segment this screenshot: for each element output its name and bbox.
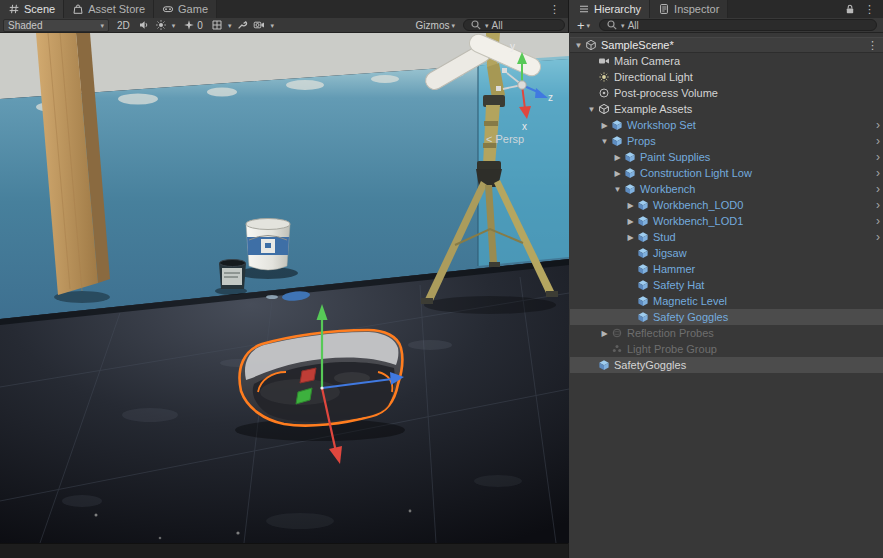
plus-icon: + bbox=[577, 19, 585, 32]
prefab-open-chevron[interactable]: › bbox=[876, 165, 880, 181]
hierarchy-panel: Hierarchy Inspector ⋮ + ▾ ▾ All ▼SampleS… bbox=[570, 0, 883, 558]
hierarchy-row[interactable]: ▶Paint Supplies› bbox=[570, 149, 883, 165]
object-label: Workbench_LOD1 bbox=[653, 215, 743, 227]
scene-viewport[interactable]: y z x < Persp bbox=[0, 33, 569, 543]
panel-menu-icon[interactable]: ⋮ bbox=[546, 0, 563, 18]
prefab-icon bbox=[611, 119, 624, 131]
hierarchy-row[interactable]: ▶Workbench_LOD1› bbox=[570, 213, 883, 229]
hierarchy-row[interactable]: Light Probe Group bbox=[570, 341, 883, 357]
tab-game[interactable]: Game bbox=[154, 0, 217, 18]
tab-label: Inspector bbox=[674, 3, 719, 15]
search-filter-caret: ▾ bbox=[485, 22, 489, 29]
grid-visibility-icon[interactable] bbox=[211, 19, 223, 31]
object-label: Workbench_LOD0 bbox=[653, 199, 743, 211]
scene-view-panel: Scene Asset Store Game ⋮ Shaded ▾ 2D bbox=[0, 0, 569, 558]
object-label: Workshop Set bbox=[627, 119, 696, 131]
prefab-open-chevron[interactable]: › bbox=[876, 197, 880, 213]
foldout-closed-icon[interactable]: ▶ bbox=[611, 153, 624, 162]
hierarchy-row[interactable]: ▶Workshop Set› bbox=[570, 117, 883, 133]
object-label: Example Assets bbox=[614, 103, 692, 115]
tab-label: Asset Store bbox=[88, 3, 145, 15]
create-caret: ▾ bbox=[587, 22, 591, 29]
hierarchy-row[interactable]: Safety Goggles bbox=[570, 309, 883, 325]
lock-icon[interactable] bbox=[844, 3, 856, 15]
camera-dropdown-caret[interactable]: ▾ bbox=[270, 22, 274, 29]
tab-scene[interactable]: Scene bbox=[0, 0, 64, 18]
prefab-icon bbox=[637, 199, 650, 211]
prefab-icon bbox=[637, 215, 650, 227]
hierarchy-row[interactable]: Main Camera bbox=[570, 53, 883, 69]
hierarchy-row[interactable]: ▶Reflection Probes bbox=[570, 325, 883, 341]
hierarchy-row[interactable]: Safety Hat bbox=[570, 277, 883, 293]
prefab-icon bbox=[637, 263, 650, 275]
grid-dropdown-caret[interactable]: ▾ bbox=[228, 22, 232, 29]
hierarchy-row[interactable]: ▼Example Assets bbox=[570, 101, 883, 117]
axis-label-z[interactable]: z bbox=[548, 92, 553, 103]
scene-search-field[interactable]: ▾ All bbox=[463, 19, 565, 31]
projection-mode-label[interactable]: < Persp bbox=[486, 133, 524, 145]
unity-scene-icon bbox=[585, 39, 598, 51]
axis-label-x[interactable]: x bbox=[522, 121, 527, 132]
foldout-closed-icon[interactable]: ▶ bbox=[624, 233, 637, 242]
tab-inspector[interactable]: Inspector bbox=[650, 0, 728, 18]
foldout-closed-icon[interactable]: ▶ bbox=[624, 217, 637, 226]
foldout-closed-icon[interactable]: ▶ bbox=[611, 169, 624, 178]
lighting-dropdown-caret[interactable]: ▾ bbox=[172, 22, 176, 29]
axis-label-y[interactable]: y bbox=[510, 41, 515, 52]
prefab-icon bbox=[624, 167, 637, 179]
hierarchy-rows: ▼SampleScene*⋮Main CameraDirectional Lig… bbox=[570, 33, 883, 558]
lighting-toggle-icon[interactable] bbox=[155, 19, 167, 31]
gameobject-icon bbox=[598, 103, 611, 115]
safety-goggles-selected[interactable] bbox=[235, 330, 405, 441]
foldout-open-icon[interactable]: ▼ bbox=[572, 41, 585, 50]
hierarchy-row[interactable]: Jigsaw bbox=[570, 245, 883, 261]
2d-toggle-button[interactable]: 2D bbox=[114, 19, 133, 32]
prefab-icon bbox=[637, 231, 650, 243]
hierarchy-row[interactable]: Magnetic Level bbox=[570, 293, 883, 309]
panel-menu-icon[interactable]: ⋮ bbox=[861, 0, 878, 18]
probe-icon bbox=[611, 327, 624, 339]
create-object-button[interactable]: + ▾ bbox=[573, 19, 594, 32]
foldout-open-icon[interactable]: ▼ bbox=[585, 105, 598, 114]
object-label: Directional Light bbox=[614, 71, 693, 83]
object-label: Main Camera bbox=[614, 55, 680, 67]
hierarchy-row[interactable]: Directional Light bbox=[570, 69, 883, 85]
prefab-open-chevron[interactable]: › bbox=[876, 149, 880, 165]
scene-menu-icon[interactable]: ⋮ bbox=[867, 37, 878, 53]
camera-settings-icon[interactable] bbox=[253, 19, 265, 31]
gizmos-dropdown[interactable]: Gizmos ▾ bbox=[413, 19, 458, 32]
foldout-closed-icon[interactable]: ▶ bbox=[598, 121, 611, 130]
effects-dropdown[interactable]: 0 bbox=[180, 19, 206, 32]
hierarchy-row[interactable]: Post-process Volume bbox=[570, 85, 883, 101]
snap-settings-icon[interactable] bbox=[236, 19, 248, 31]
hierarchy-row[interactable]: ▼Workbench› bbox=[570, 181, 883, 197]
prefab-open-chevron[interactable]: › bbox=[876, 229, 880, 245]
hierarchy-row[interactable]: ▼Props› bbox=[570, 133, 883, 149]
prefab-open-chevron[interactable]: › bbox=[876, 213, 880, 229]
foldout-closed-icon[interactable]: ▶ bbox=[624, 201, 637, 210]
prefab-open-chevron[interactable]: › bbox=[876, 117, 880, 133]
prefab-icon bbox=[598, 359, 611, 371]
tab-asset-store[interactable]: Asset Store bbox=[64, 0, 154, 18]
foldout-closed-icon[interactable]: ▶ bbox=[598, 329, 611, 338]
prefab-open-chevron[interactable]: › bbox=[876, 133, 880, 149]
prefab-open-chevron[interactable]: › bbox=[876, 181, 880, 197]
hierarchy-search-field[interactable]: ▾ All bbox=[599, 19, 877, 31]
hierarchy-row[interactable]: ▶Stud› bbox=[570, 229, 883, 245]
scene-tab-icon bbox=[8, 3, 20, 15]
tab-hierarchy[interactable]: Hierarchy bbox=[570, 0, 650, 18]
scene-header-row[interactable]: ▼SampleScene*⋮ bbox=[570, 37, 883, 53]
foldout-open-icon[interactable]: ▼ bbox=[598, 137, 611, 146]
hierarchy-row[interactable]: Hammer bbox=[570, 261, 883, 277]
audio-toggle-icon[interactable] bbox=[138, 19, 150, 31]
foldout-open-icon[interactable]: ▼ bbox=[611, 185, 624, 194]
object-label: SafetyGoggles bbox=[614, 359, 686, 371]
hierarchy-row[interactable]: ▶Workbench_LOD0› bbox=[570, 197, 883, 213]
game-tab-icon bbox=[162, 3, 174, 15]
hierarchy-row[interactable]: SafetyGoggles bbox=[570, 357, 883, 373]
search-icon bbox=[606, 19, 618, 31]
hierarchy-row[interactable]: ▶Construction Light Low› bbox=[570, 165, 883, 181]
prefab-icon bbox=[637, 311, 650, 323]
shading-mode-dropdown[interactable]: Shaded ▾ bbox=[3, 19, 109, 32]
prefab-icon bbox=[611, 135, 624, 147]
